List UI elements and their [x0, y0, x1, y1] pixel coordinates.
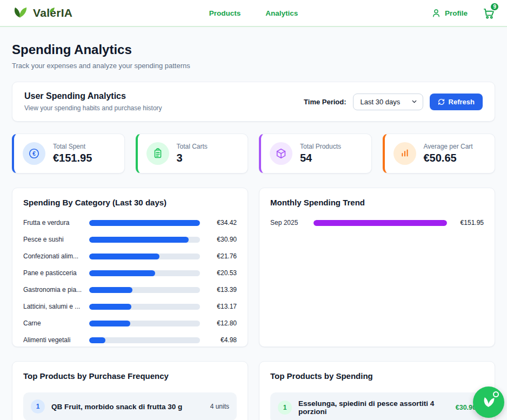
- card-title: Top Products by Purchase Frequency: [23, 371, 237, 381]
- chart-title: Monthly Spending Trend: [270, 198, 484, 207]
- chart-value-label: €21.76: [205, 252, 237, 260]
- chart-value-label: €20.53: [205, 269, 237, 277]
- brand-name: ValerIA: [33, 6, 72, 19]
- stat-value: €151.95: [53, 152, 92, 164]
- cart-badge: 9: [490, 2, 499, 11]
- stat-label: Total Spent: [53, 143, 92, 150]
- bar-track: [89, 337, 200, 343]
- chart-value-label: €30.90: [205, 236, 237, 243]
- product-row: 1 Esselunga, spiedini di pesce assortiti…: [270, 392, 484, 420]
- brand-logo[interactable]: ValerIA: [12, 5, 72, 21]
- bar-track: [89, 270, 200, 276]
- bar-track: [89, 237, 200, 243]
- chart-value-label: €34.42: [205, 219, 237, 226]
- chart-row: Frutta e verdura€34.42: [23, 219, 237, 226]
- stat-label: Average per Cart: [424, 143, 473, 150]
- time-period-label: Time Period:: [304, 98, 346, 106]
- page-subtitle: Track your expenses and analyze your spe…: [12, 62, 495, 70]
- bar-fill: [89, 254, 159, 259]
- product-row: 1 QB Fruit, morbido snack di frutta 30 g…: [23, 392, 237, 420]
- leaf-icon: [12, 5, 28, 21]
- bar-fill: [89, 321, 130, 326]
- category-bar-chart: Frutta e verdura€34.42Pesce e sushi€30.9…: [23, 219, 237, 344]
- bar-fill: [313, 220, 447, 226]
- stat-total-spent: € Total Spent €151.95: [12, 134, 125, 174]
- panel-subtitle: View your spending habits and purchase h…: [24, 104, 162, 112]
- chart-title: Spending By Category (Last 30 days): [23, 198, 237, 207]
- chart-row: Alimenti vegetali€4.98: [23, 336, 237, 344]
- chart-category-label: Pesce e sushi: [23, 236, 84, 243]
- nav-products[interactable]: Products: [209, 9, 241, 17]
- profile-label: Profile: [445, 9, 468, 17]
- chart-row: Sep 2025€151.95: [270, 219, 484, 226]
- bar-fill: [89, 304, 131, 310]
- app-header: ValerIA Products Analytics Profile 9: [0, 0, 507, 27]
- rank-badge: 1: [278, 401, 292, 415]
- status-ring-icon: [493, 391, 499, 397]
- chart-category-label: Latticini, salumi e ...: [23, 303, 84, 310]
- assistant-fab[interactable]: [473, 386, 504, 418]
- monthly-trend-card: Monthly Spending Trend Sep 2025€151.95: [259, 188, 495, 347]
- stat-total-carts: Total Carts 3: [136, 134, 249, 174]
- bar-fill: [89, 337, 105, 343]
- card-title: Top Products by Spending: [270, 371, 484, 381]
- nav-analytics[interactable]: Analytics: [265, 9, 298, 17]
- chart-value-label: €12.80: [205, 319, 237, 327]
- chart-row: Confezionati alim...€21.76: [23, 252, 237, 260]
- cart-button[interactable]: 9: [483, 7, 495, 19]
- top-spending-card: Top Products by Spending 1 Esselunga, sp…: [259, 361, 495, 420]
- chart-category-label: Sep 2025: [270, 219, 308, 226]
- mini-leaf-icon: [49, 3, 55, 16]
- bar-fill: [89, 270, 155, 276]
- frequency-list: 1 QB Fruit, morbido snack di frutta 30 g…: [23, 392, 237, 420]
- chart-value-label: €151.95: [452, 219, 484, 226]
- panel-title: User Spending Analytics: [24, 91, 162, 101]
- chart-row: Pesce e sushi€30.90: [23, 236, 237, 243]
- bar-track: [89, 254, 200, 259]
- chart-value-label: €13.39: [205, 286, 237, 294]
- stat-label: Total Products: [300, 143, 341, 150]
- main-content: Spending Analytics Track your expenses a…: [0, 42, 507, 420]
- charts-row: Spending By Category (Last 30 days) Frut…: [12, 188, 495, 347]
- product-name: QB Fruit, morbido snack di frutta 30 g: [51, 403, 204, 411]
- person-icon: [431, 8, 441, 18]
- stat-total-products: Total Products 54: [259, 134, 372, 174]
- refresh-button[interactable]: Refresh: [430, 94, 483, 110]
- bar-track: [89, 304, 200, 310]
- bar-track: [89, 287, 200, 293]
- main-nav: Products Analytics: [209, 9, 298, 17]
- chart-row: Pane e pasticceria€20.53: [23, 269, 237, 277]
- refresh-icon: [438, 98, 445, 105]
- bar-fill: [89, 237, 189, 243]
- analytics-panel: User Spending Analytics View your spendi…: [12, 82, 495, 122]
- top-products-row: Top Products by Purchase Frequency 1 QB …: [12, 361, 495, 420]
- bar-fill: [89, 220, 200, 226]
- chart-category-label: Alimenti vegetali: [23, 336, 84, 344]
- time-period-select[interactable]: Last 30 days: [353, 94, 423, 110]
- stat-cards: € Total Spent €151.95 Total Carts 3: [12, 134, 495, 174]
- package-icon: [270, 142, 292, 165]
- bar-track: [89, 321, 200, 326]
- spending-list: 1 Esselunga, spiedini di pesce assortiti…: [270, 392, 484, 420]
- chart-row: Carne€12.80: [23, 319, 237, 327]
- chart-category-label: Frutta e verdura: [23, 219, 84, 226]
- refresh-label: Refresh: [449, 98, 475, 106]
- chart-value-label: €13.17: [205, 303, 237, 310]
- chart-category-label: Carne: [23, 319, 84, 327]
- product-units: 4 units: [210, 403, 229, 410]
- euro-icon: €: [23, 142, 45, 165]
- product-name: Esselunga, spiedini di pesce assortiti 4…: [298, 399, 449, 416]
- bar-track: [89, 220, 200, 226]
- bar-fill: [89, 287, 132, 293]
- bar-chart-icon: [393, 142, 416, 165]
- top-frequency-card: Top Products by Purchase Frequency 1 QB …: [12, 361, 248, 420]
- rank-badge: 1: [31, 399, 45, 414]
- svg-text:€: €: [32, 151, 36, 157]
- stat-label: Total Carts: [177, 143, 208, 150]
- stat-average-per-cart: Average per Cart €50.65: [383, 134, 496, 174]
- profile-button[interactable]: Profile: [431, 8, 468, 18]
- chart-category-label: Confezionati alim...: [23, 252, 84, 260]
- stat-value: 54: [300, 152, 341, 164]
- chart-category-label: Gastronomia e pia...: [23, 286, 84, 294]
- page-title: Spending Analytics: [12, 42, 495, 57]
